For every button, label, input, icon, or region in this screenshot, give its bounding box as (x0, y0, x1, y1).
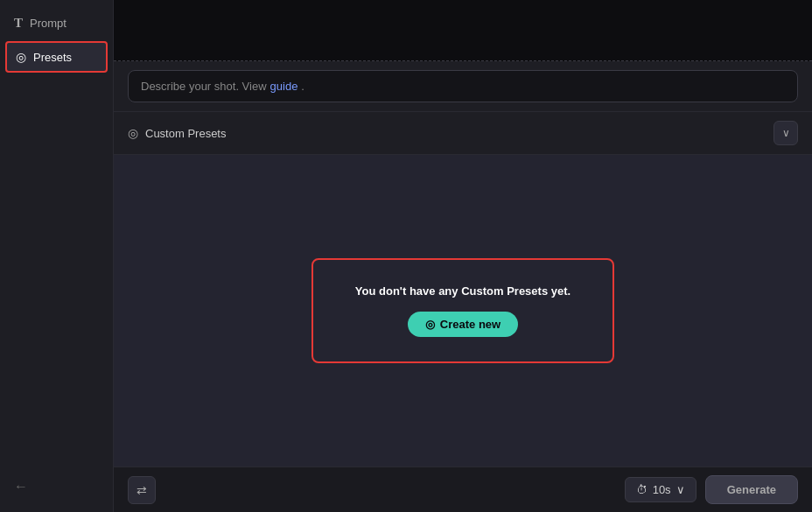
generate-button[interactable]: Generate (705, 475, 798, 504)
text-icon: T (14, 16, 23, 31)
preview-area (114, 0, 812, 61)
sidebar-item-prompt-label: Prompt (30, 17, 66, 30)
settings-button[interactable]: ⇄ (128, 476, 156, 504)
chevron-down-icon: ∨ (782, 127, 790, 139)
sidebar-item-presets[interactable]: ◎ Presets (5, 41, 108, 73)
sidebar-item-presets-label: Presets (33, 51, 72, 64)
presets-header-icon: ◎ (128, 126, 138, 140)
presets-icon: ◎ (16, 50, 26, 64)
prompt-placeholder: Describe your shot. View (141, 80, 267, 93)
duration-button[interactable]: ⏱ 10s ∨ (625, 477, 696, 502)
settings-icon: ⇄ (136, 483, 147, 497)
presets-header: ◎ Custom Presets ∨ (114, 112, 812, 155)
toolbar-right: ⏱ 10s ∨ Generate (625, 475, 798, 504)
guide-suffix: . (301, 80, 304, 93)
create-icon: ◎ (425, 318, 435, 331)
sidebar-item-prompt[interactable]: T Prompt (0, 7, 113, 39)
presets-section-title: Custom Presets (145, 127, 226, 140)
empty-presets-message: You don't have any Custom Presets yet. (355, 284, 570, 298)
guide-link[interactable]: guide (270, 80, 298, 93)
toolbar-left: ⇄ (128, 476, 156, 504)
bottom-toolbar: ⇄ ⏱ 10s ∨ Generate (114, 466, 812, 512)
generate-label: Generate (727, 483, 776, 496)
presets-header-left: ◎ Custom Presets (128, 126, 226, 140)
duration-label: 10s (653, 483, 671, 496)
create-new-label: Create new (440, 318, 500, 331)
empty-presets-card: You don't have any Custom Presets yet. ◎… (312, 258, 614, 363)
sidebar: T Prompt ◎ Presets ← (0, 0, 114, 512)
clock-icon: ⏱ (636, 483, 648, 496)
prompt-section: Describe your shot. View guide. (114, 61, 812, 112)
back-icon[interactable]: ← (14, 479, 28, 494)
create-new-button[interactable]: ◎ Create new (408, 312, 518, 337)
presets-section: ◎ Custom Presets ∨ You don't have any Cu… (114, 112, 812, 466)
main-content: Describe your shot. View guide. ◎ Custom… (114, 0, 812, 512)
sidebar-bottom: ← (0, 468, 113, 505)
presets-collapse-button[interactable]: ∨ (774, 121, 798, 145)
duration-chevron-icon: ∨ (676, 483, 685, 496)
prompt-input-bar[interactable]: Describe your shot. View guide. (128, 70, 798, 102)
presets-content-area: You don't have any Custom Presets yet. ◎… (114, 155, 812, 466)
